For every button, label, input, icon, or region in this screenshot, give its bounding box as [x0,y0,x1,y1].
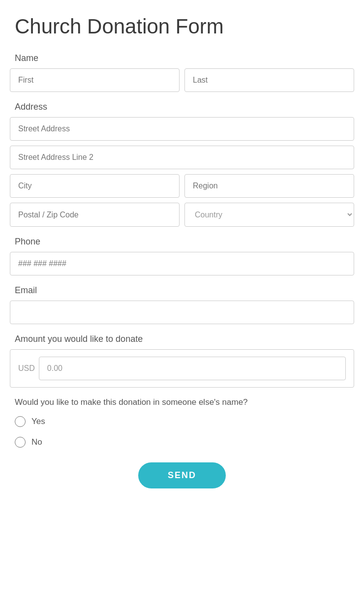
name-label: Name [15,53,354,63]
address-section: Address Country United States Canada Uni… [10,102,354,227]
email-label: Email [15,285,354,296]
name-section: Name [10,53,354,92]
radio-group: Yes No [15,416,354,448]
country-select[interactable]: Country United States Canada United King… [184,203,354,227]
page-title: Church Donation Form [15,15,354,38]
no-radio[interactable] [15,437,26,448]
submit-wrapper: SEND [10,462,354,488]
email-row [10,301,354,324]
amount-input[interactable] [39,357,346,380]
city-region-row [10,174,354,198]
address-label: Address [15,102,354,112]
first-name-input[interactable] [10,68,180,92]
amount-section: Amount you would like to donate USD [10,334,354,388]
amount-label: Amount you would like to donate [15,334,354,344]
phone-label: Phone [15,237,354,247]
no-option[interactable]: No [15,437,354,448]
city-input[interactable] [10,174,180,198]
phone-row [10,252,354,275]
yes-option[interactable]: Yes [15,416,354,427]
street-address-line2-input[interactable] [10,146,354,169]
email-section: Email [10,285,354,324]
currency-label: USD [18,364,35,373]
street1-row [10,117,354,141]
street-address-input[interactable] [10,117,354,141]
donation-in-name-section: Would you like to make this donation in … [10,397,354,448]
yes-radio[interactable] [15,416,26,427]
name-row [10,68,354,92]
amount-wrapper: USD [10,349,354,388]
no-label: No [31,437,42,447]
postal-country-row: Country United States Canada United King… [10,203,354,227]
phone-input[interactable] [10,252,354,275]
phone-section: Phone [10,237,354,275]
last-name-input[interactable] [184,68,354,92]
postal-code-input[interactable] [10,203,180,227]
region-input[interactable] [184,174,354,198]
email-input[interactable] [10,301,354,324]
street2-row [10,146,354,169]
send-button[interactable]: SEND [138,462,226,488]
yes-label: Yes [31,417,45,426]
donation-question: Would you like to make this donation in … [15,397,354,407]
